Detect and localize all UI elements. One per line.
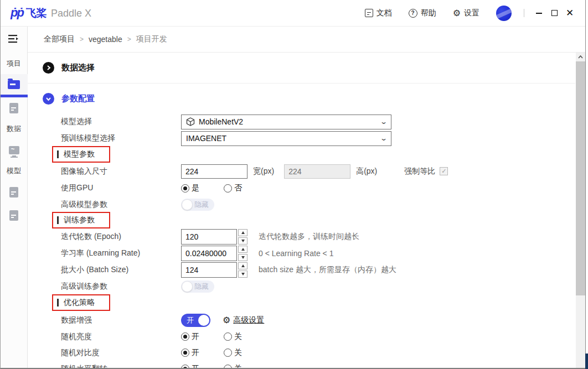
brand-cn: 飞桨 (26, 6, 47, 20)
gpu-no-radio[interactable] (224, 184, 232, 193)
flip-on-label: 开 (192, 364, 199, 368)
decrement-button[interactable] (238, 237, 247, 245)
menu-docs[interactable]: 文档 (365, 8, 392, 18)
chevron-right-circle-icon (43, 62, 54, 74)
row-contrast: 随机对比度 开 关 (28, 345, 575, 361)
minimize-icon (536, 13, 542, 14)
title-bar: ṗṗ 飞桨 Paddle X 文档 ? 帮助 ⚙ 设置 ✕ (1, 0, 585, 27)
scroll-up-button[interactable] (576, 53, 585, 61)
gpu-no-label: 否 (234, 183, 242, 193)
breadcrumb-project[interactable]: vegetable (89, 35, 122, 44)
arrow-up-icon (241, 231, 245, 234)
epoch-hint: 迭代轮数越多，训练时间越长 (259, 232, 359, 242)
adv-train-toggle[interactable]: 隐藏 (181, 280, 214, 293)
maximize-icon (551, 10, 558, 16)
epoch-input[interactable] (181, 229, 237, 245)
file-icon (9, 187, 18, 198)
brightness-on-label: 开 (192, 332, 199, 342)
breadcrumb: 全部项目 > vegetable > 项目开发 (28, 27, 585, 53)
image-size-label: 图像输入尺寸 (61, 167, 181, 176)
augment-toggle[interactable]: 开 (181, 314, 210, 327)
menu-settings-label: 设置 (464, 8, 479, 18)
model-select-dropdown[interactable]: MobileNetV2 ⌄ (181, 115, 391, 129)
brightness-off-label: 关 (234, 332, 242, 342)
row-image-size: 图像输入尺寸 宽(px) 高(px) 强制等比 ✓ (28, 163, 575, 180)
increment-button[interactable] (238, 246, 247, 253)
row-flip: 随机水平翻转 开 关 (28, 361, 575, 368)
sidebar-item-dataset[interactable] (1, 139, 28, 160)
help-icon: ? (409, 9, 417, 18)
section-bar (57, 150, 59, 158)
flip-on-radio[interactable] (181, 365, 189, 368)
collapse-menu-button[interactable] (8, 34, 20, 45)
use-gpu-label: 使用GPU (61, 183, 181, 193)
scrollbar-thumb[interactable] (576, 61, 585, 295)
row-brightness: 随机亮度 开 关 (28, 329, 575, 345)
row-use-gpu: 使用GPU 是 否 (28, 180, 575, 196)
image-width-input[interactable] (181, 164, 247, 179)
row-model-select: 模型选择 MobileNetV2 ⌄ (28, 113, 575, 130)
decrement-button[interactable] (238, 254, 247, 261)
subsection-title: 训练参数 (64, 215, 95, 225)
decrement-button[interactable] (238, 271, 247, 278)
breadcrumb-separator: > (80, 35, 84, 43)
hamburger-icon (8, 34, 20, 43)
sidebar-group-projects: 项目 (7, 59, 21, 69)
advanced-settings-label: 高级设置 (233, 315, 264, 325)
augment-advanced-settings-link[interactable]: ⚙ 高级设置 (223, 315, 264, 325)
folder-icon (8, 80, 20, 89)
breadcrumb-separator: > (127, 35, 131, 43)
sidebar-item-project-doc[interactable] (1, 97, 28, 118)
learning-rate-label: 学习率 (Learning Rate) (61, 248, 181, 258)
batch-size-input[interactable] (181, 262, 237, 278)
adv-train-label: 高级训练参数 (61, 282, 181, 292)
contrast-off-radio[interactable] (224, 349, 232, 357)
row-adv-model-params: 高级模型参数 隐藏 (28, 196, 575, 212)
annotation-red-box: 训练参数 (52, 212, 110, 228)
sidebar-group-model: 模型 (7, 166, 21, 176)
row-learning-rate: 学习率 (Learning Rate) 0 < Learning Rate < … (28, 245, 575, 262)
pretrained-select-dropdown[interactable]: IMAGENET ⌄ (181, 131, 391, 146)
adv-model-toggle[interactable]: 隐藏 (181, 199, 214, 211)
increment-button[interactable] (238, 229, 247, 236)
gpu-yes-label: 是 (192, 183, 199, 193)
brightness-on-radio[interactable] (181, 332, 189, 341)
sidebar-group-data: 数据 (7, 124, 21, 134)
model-select-label: 模型选择 (61, 117, 181, 127)
brightness-off-radio[interactable] (224, 332, 232, 341)
maximize-button[interactable] (546, 6, 562, 21)
menu-docs-label: 文档 (376, 8, 392, 18)
caret-up-icon (578, 55, 583, 59)
augment-label: 数据增强 (61, 315, 181, 325)
width-unit-label: 宽(px) (253, 167, 274, 176)
brand-en: Paddle X (51, 8, 91, 19)
increment-button[interactable] (238, 262, 247, 269)
learning-rate-hint: 0 < Learning Rate < 1 (259, 249, 333, 258)
sidebar-item-model-1[interactable] (1, 181, 28, 202)
annotation-red-box: 模型参数 (52, 146, 110, 163)
contrast-on-radio[interactable] (181, 349, 189, 357)
close-button[interactable]: ✕ (562, 6, 577, 21)
model-select-value: MobileNetV2 (199, 117, 243, 126)
menu-settings[interactable]: ⚙ 设置 (453, 8, 479, 18)
flip-off-radio[interactable] (224, 365, 232, 368)
contrast-on-label: 开 (192, 348, 199, 358)
menu-help[interactable]: ? 帮助 (409, 8, 436, 18)
paddle-logo-icon: ṗṗ (11, 6, 23, 20)
gpu-yes-radio[interactable] (181, 184, 189, 193)
section-param-config[interactable]: 参数配置 (28, 84, 575, 113)
breadcrumb-all-projects[interactable]: 全部项目 (44, 34, 75, 44)
minimize-button[interactable] (531, 6, 546, 21)
user-avatar[interactable] (496, 6, 512, 21)
epoch-stepper (181, 229, 247, 245)
sidebar-item-model-2[interactable] (1, 205, 28, 226)
config-panel: 数据选择 参数配置 模型选择 (28, 53, 585, 368)
adv-model-label: 高级模型参数 (61, 200, 181, 210)
learning-rate-input[interactable] (181, 246, 237, 261)
toggle-knob (182, 199, 193, 210)
background-window-sliver (585, 354, 588, 369)
section-data-select[interactable]: 数据选择 (28, 53, 575, 84)
sidebar-item-project-list[interactable] (1, 74, 28, 95)
vertical-scrollbar[interactable] (576, 53, 585, 368)
batch-size-stepper (181, 262, 247, 278)
